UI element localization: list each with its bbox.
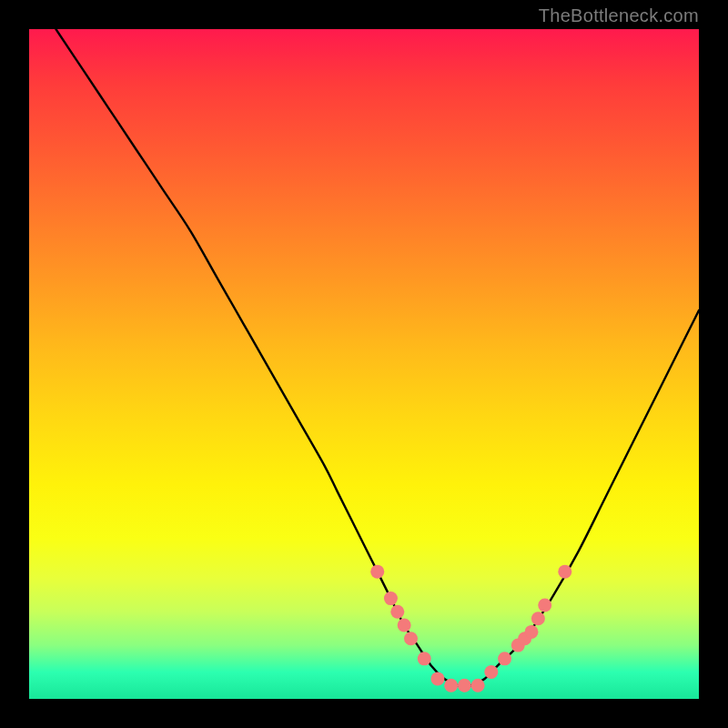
curve-point	[458, 679, 471, 693]
curve-point	[444, 679, 458, 693]
curve-point	[471, 679, 485, 693]
curve-point	[538, 598, 551, 612]
curve-point	[498, 652, 511, 665]
attribution-text: TheBottleneck.com	[539, 5, 699, 26]
chart-stage: TheBottleneck.com	[0, 0, 728, 728]
curve-point	[531, 612, 545, 625]
curve-point	[384, 592, 398, 605]
curve-point	[430, 672, 444, 685]
plot-area	[29, 29, 699, 699]
curve-point	[398, 619, 411, 632]
curve-layer	[29, 29, 699, 699]
curve-points	[370, 565, 571, 693]
curve-point	[370, 565, 384, 579]
curve-point	[390, 605, 404, 619]
curve-point	[418, 652, 431, 665]
bottleneck-curve	[56, 29, 699, 686]
curve-point	[558, 565, 571, 579]
curve-point	[484, 665, 498, 679]
curve-point	[404, 632, 418, 645]
curve-point	[525, 625, 539, 639]
